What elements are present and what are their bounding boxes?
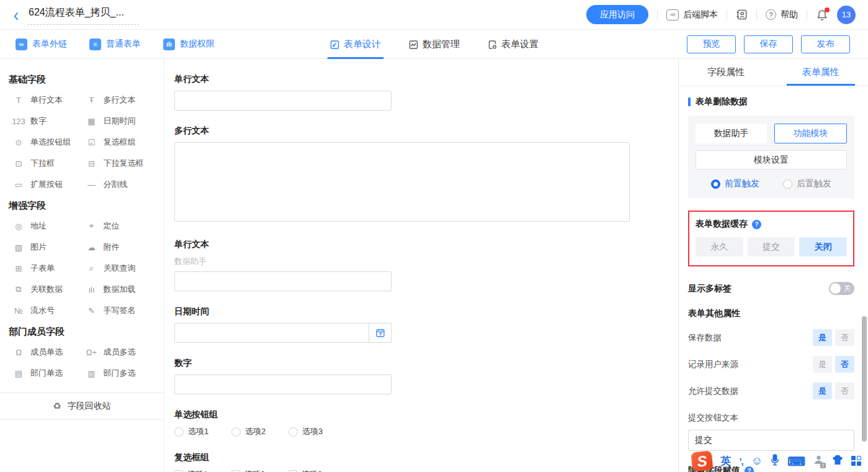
palette-item-radio-group[interactable]: ⊙单选按钮组 — [12, 137, 85, 148]
skin-icon[interactable] — [832, 455, 843, 468]
palette-item-divider-line[interactable]: —分割线 — [85, 179, 158, 190]
allow-submit-no-button[interactable]: 否 — [835, 383, 854, 399]
ime-toolbox-icon[interactable] — [851, 456, 862, 466]
checkbox-option-1[interactable]: 选项1 — [174, 469, 213, 472]
radio-option-2[interactable]: 选项2 — [231, 426, 270, 437]
palette-item-serial-number[interactable]: №流水号 — [12, 305, 85, 316]
multi-tab-toggle[interactable]: 关 — [829, 282, 854, 295]
record-user-source-no-button[interactable]: 否 — [835, 356, 854, 373]
save-button[interactable]: 保存 — [744, 35, 793, 53]
palette-item-extend-button[interactable]: ▭扩展按钮 — [12, 179, 85, 190]
canvas-field-datetime[interactable]: 日期时间 — [174, 306, 668, 343]
palette-item-single-line-text[interactable]: T单行文本 — [12, 94, 85, 106]
palette-item-subform[interactable]: ⊞子表单 — [12, 263, 85, 274]
tab-form-settings[interactable]: 表单设置 — [487, 30, 539, 59]
palette-item-address[interactable]: ◎地址 — [12, 220, 85, 232]
save-data-yes-button[interactable]: 是 — [813, 329, 832, 346]
select-icon: ⊡ — [12, 159, 25, 168]
palette-item-multi-select[interactable]: ⊟下拉复选框 — [85, 158, 158, 169]
tab-data-management[interactable]: 数据管理 — [408, 30, 460, 59]
divider — [727, 10, 727, 20]
cache-option-close[interactable]: 关闭 — [799, 237, 847, 256]
recycle-icon: ♻ — [53, 401, 61, 412]
number-input[interactable] — [174, 374, 391, 394]
ime-account-icon[interactable]: 2 — [813, 455, 824, 468]
module-settings-button[interactable]: 模块设置 — [696, 150, 847, 170]
form-title[interactable]: 624流程表单_拷贝_... — [27, 5, 139, 25]
record-user-source-yes-button[interactable]: 是 — [813, 356, 832, 373]
post-trigger-radio[interactable]: 后置触发 — [783, 178, 831, 189]
help-button[interactable]: ? 帮助 — [766, 9, 798, 20]
microphone-icon[interactable] — [771, 454, 779, 468]
allow-submit-yes-button[interactable]: 是 — [813, 383, 832, 399]
field-palette-sidebar: 基础字段 T单行文本 Ŧ多行文本 123数字 ▦日期时间 ⊙单选按钮组 ☑复选框… — [0, 59, 164, 472]
active-tab-underline — [787, 84, 855, 86]
submit-button-text-input[interactable] — [688, 430, 854, 451]
radio-option-1[interactable]: 选项1 — [174, 426, 213, 437]
single-line-text-input-2[interactable] — [174, 271, 391, 291]
tab-field-properties[interactable]: 字段属性 — [679, 59, 774, 86]
avatar[interactable]: 13 — [837, 6, 856, 24]
palette-item-data-load[interactable]: ılı数据加载 — [85, 284, 158, 295]
data-permission-button[interactable]: ılı 数据权限 — [163, 39, 215, 50]
checkbox-option-2[interactable]: 选项2 — [231, 469, 270, 472]
palette-item-linked-data[interactable]: ⧉关联数据 — [12, 284, 85, 295]
palette-item-number[interactable]: 123数字 — [12, 116, 85, 127]
save-data-no-button[interactable]: 否 — [835, 329, 854, 346]
contact-book-icon[interactable] — [736, 9, 748, 20]
checkbox-option-3[interactable]: 选项3 — [289, 469, 327, 472]
datetime-input[interactable] — [175, 324, 369, 342]
sogou-logo-icon[interactable]: S — [691, 450, 714, 471]
radio-option-3[interactable]: 选项3 — [289, 426, 327, 437]
calendar-icon[interactable] — [369, 324, 391, 342]
delete-data-settings-box: 数据助手 功能模块 模块设置 前置触发 后置触发 — [688, 116, 854, 198]
data-helper-button[interactable]: 数据助手 — [696, 124, 767, 143]
canvas-field-multi-line-text[interactable]: 多行文本 — [174, 125, 668, 224]
ime-language-toggle[interactable]: 英 — [720, 454, 731, 468]
field-recycle-bin-button[interactable]: ♻ 字段回收站 — [0, 393, 164, 420]
palette-item-image[interactable]: ▧图片 — [12, 242, 85, 253]
palette-item-datetime[interactable]: ▦日期时间 — [85, 116, 158, 127]
canvas-field-radio-group[interactable]: 单选按钮组 选项1 选项2 选项3 — [174, 409, 668, 437]
palette-item-member-multi[interactable]: Ω+成员多选 — [85, 347, 158, 358]
back-icon[interactable]: ‹ — [14, 7, 19, 22]
tab-form-properties[interactable]: 表单属性 — [774, 59, 868, 86]
help-icon[interactable]: ? — [752, 220, 761, 229]
form-design-canvas[interactable]: 单行文本 多行文本 单行文本 数据助手 日期时间 — [164, 59, 678, 472]
app-access-button[interactable]: 应用访问 — [586, 5, 648, 24]
tab-form-design[interactable]: 表单设计 — [329, 30, 381, 59]
single-line-text-input[interactable] — [174, 91, 391, 111]
palette-item-location[interactable]: ⌖定位 — [85, 220, 158, 232]
palette-item-linked-query[interactable]: ⌕关联查询 — [85, 263, 158, 274]
palette-item-checkbox-group[interactable]: ☑复选框组 — [85, 137, 158, 148]
canvas-field-single-line-text-2[interactable]: 单行文本 数据助手 — [174, 239, 668, 291]
canvas-field-number[interactable]: 数字 — [174, 358, 668, 394]
canvas-field-checkbox-group[interactable]: 复选框组 选项1 选项2 选项3 — [174, 452, 668, 472]
properties-panel: 字段属性 表单属性 表单删除数据 数据助手 功能模块 模块设置 前置触发 后置触… — [678, 59, 868, 472]
function-module-button[interactable]: 功能模块 — [774, 124, 847, 143]
form-external-link-button[interactable]: ∞ 表单外链 — [16, 39, 67, 50]
preview-button[interactable]: 预览 — [687, 35, 736, 53]
multi-line-text-input[interactable] — [174, 142, 630, 222]
palette-item-select[interactable]: ⊡下拉框 — [12, 158, 85, 169]
cache-option-submit[interactable]: 提交 — [748, 237, 795, 256]
palette-item-multi-line-text[interactable]: Ŧ多行文本 — [85, 94, 158, 106]
panel-scrollbar[interactable] — [862, 316, 867, 442]
pre-trigger-radio[interactable]: 前置触发 — [711, 178, 759, 189]
palette-item-dept-multi[interactable]: ▥部门多选 — [85, 368, 158, 379]
emoji-icon[interactable]: ☺ — [751, 455, 763, 468]
notification-bell-icon[interactable] — [816, 9, 828, 21]
publish-button[interactable]: 发布 — [801, 35, 850, 53]
palette-item-signature[interactable]: ✎手写签名 — [85, 305, 158, 316]
ime-punctuation-toggle[interactable]: ’, — [739, 456, 743, 466]
palette-item-dept-single[interactable]: ▤部门单选 — [12, 368, 85, 379]
normal-form-button[interactable]: ≡ 普通表单 — [89, 39, 141, 50]
cache-option-permanent[interactable]: 永久 — [696, 237, 743, 256]
keyboard-icon[interactable]: ⌨ — [787, 454, 805, 469]
canvas-field-single-line-text[interactable]: 单行文本 — [174, 74, 668, 111]
form-settings-icon — [487, 40, 497, 50]
palette-item-member-single[interactable]: Ω成员单选 — [12, 347, 85, 358]
palette-item-attachment[interactable]: ☁附件 — [85, 242, 158, 253]
ime-toolbar: S 英 ’, ☺ ⌨ 2 — [692, 452, 862, 471]
backend-script-button[interactable]: </> 后端脚本 — [666, 9, 718, 20]
